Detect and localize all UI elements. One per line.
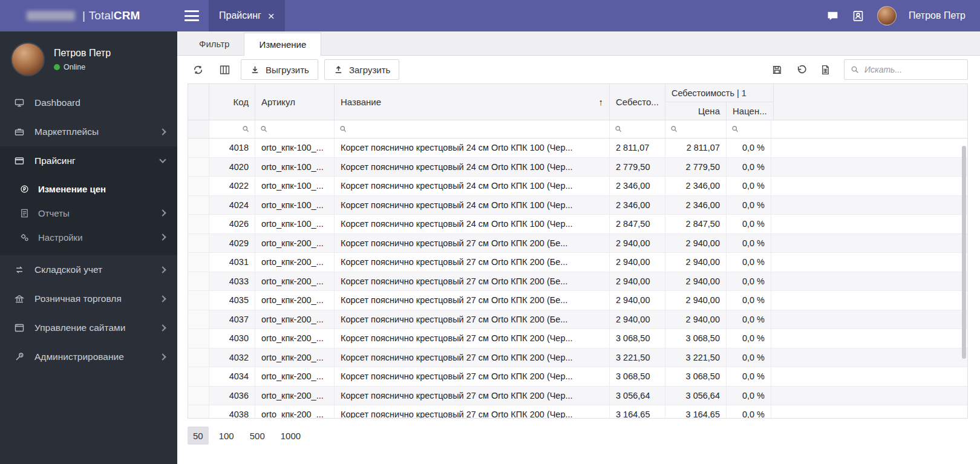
cell-markup: 0,0 %	[727, 405, 771, 418]
cell-article: orto_кпк-200_...	[255, 253, 335, 272]
filter-search-icon	[670, 125, 678, 133]
row-selector-cell[interactable]	[188, 348, 209, 367]
row-selector-cell[interactable]	[188, 234, 209, 253]
sidebar-item-sites[interactable]: Управление сайтами	[0, 313, 177, 342]
close-tab-icon[interactable]: ×	[268, 10, 275, 22]
table-row[interactable]: 4036orto_кпк-200_...Корсет пояснично кре…	[188, 387, 967, 406]
brand-total: Total	[89, 9, 114, 22]
columns-button[interactable]	[214, 59, 235, 80]
row-selector-cell[interactable]	[188, 253, 209, 272]
search-box	[844, 59, 968, 80]
header-tab-pricing[interactable]: Прайсинг ×	[209, 0, 285, 31]
column-group-header[interactable]: Себестоимость | 1	[665, 84, 774, 102]
view-tabs: Фильтр Изменение	[177, 31, 980, 56]
search-input[interactable]	[864, 65, 961, 74]
table-row[interactable]: 4024orto_кпк-100_...Корсет пояснично кре…	[188, 196, 967, 215]
row-selector-cell[interactable]	[188, 387, 209, 405]
refresh-button[interactable]	[188, 59, 208, 80]
filter-code[interactable]	[209, 120, 255, 138]
row-filler-cell	[771, 234, 967, 253]
sidebar-item-price-changes[interactable]: Изменение цен	[0, 177, 177, 201]
sidebar-nav: Dashboard Маркетплейсы Прайсинг Изменени…	[0, 88, 177, 371]
column-header-article[interactable]: Артикул	[255, 84, 335, 120]
tab-change[interactable]: Изменение	[244, 33, 321, 56]
filter-markup[interactable]	[727, 120, 771, 138]
table-row[interactable]: 4018orto_кпк-100_...Корсет пояснично кре…	[188, 139, 967, 158]
table-row[interactable]: 4030orto_кпк-200_...Корсет пояснично кре…	[188, 329, 967, 348]
messages-icon[interactable]	[826, 9, 840, 22]
filter-cost[interactable]	[610, 120, 665, 138]
row-selector-cell[interactable]	[188, 367, 209, 386]
page-size-option[interactable]: 50	[188, 426, 209, 445]
sidebar-item-label: Прайсинг	[34, 155, 151, 166]
sidebar-item-dashboard[interactable]: Dashboard	[0, 88, 177, 117]
cell-price: 2 346,00	[665, 177, 727, 195]
menu-toggle-button[interactable]	[185, 10, 199, 21]
filter-article[interactable]	[255, 120, 335, 138]
column-header-code[interactable]: Код	[209, 84, 255, 120]
row-selector-cell[interactable]	[188, 158, 209, 177]
import-button[interactable]: Загрузить	[324, 59, 400, 80]
row-selector-cell[interactable]	[188, 139, 209, 157]
row-selector-cell[interactable]	[188, 196, 209, 215]
row-selector-cell[interactable]	[188, 310, 209, 329]
table-row[interactable]: 4022orto_кпк-100_...Корсет пояснично кре…	[188, 177, 967, 196]
main-content: Фильтр Изменение Выгрузить Загрузить	[177, 31, 980, 464]
sidebar-item-administration[interactable]: Администрирование	[0, 342, 177, 371]
column-header-markup[interactable]: Нацен...	[727, 102, 774, 120]
sidebar-item-warehouse[interactable]: Складской учет	[0, 255, 177, 284]
export-button[interactable]: Выгрузить	[241, 59, 318, 80]
column-header-cost[interactable]: Себесто...	[610, 84, 665, 120]
sidebar-item-retail[interactable]: Розничная торговля	[0, 284, 177, 313]
cell-cost: 2 940,00	[610, 291, 665, 310]
cost-column-group: Себестоимость | 1 Цена Нацен...	[665, 84, 774, 120]
table-row[interactable]: 4037orto_кпк-200_...Корсет пояснично кре…	[188, 310, 967, 330]
table-row[interactable]: 4035orto_кпк-200_...Корсет пояснично кре…	[188, 291, 967, 310]
row-selector-cell[interactable]	[188, 291, 209, 310]
pricing-grid: Код Артикул Название ↑ Себесто... Себест…	[188, 83, 968, 419]
vertical-scrollbar[interactable]	[962, 146, 966, 359]
xlsx-export-icon[interactable]	[815, 59, 835, 80]
row-selector-cell[interactable]	[188, 329, 209, 348]
user-name[interactable]: Петров Петр	[909, 10, 965, 21]
table-row[interactable]: 4032orto_кпк-200_...Корсет пояснично кре…	[188, 348, 967, 368]
cell-cost: 3 068,50	[610, 367, 665, 386]
page-size-option[interactable]: 100	[214, 426, 240, 445]
chevron-right-icon	[159, 266, 166, 273]
user-avatar[interactable]	[877, 6, 897, 25]
chevron-right-icon	[159, 209, 166, 216]
contacts-icon[interactable]	[852, 9, 865, 22]
row-selector-cell[interactable]	[188, 272, 209, 291]
table-row[interactable]: 4029orto_кпк-200_...Корсет пояснично кре…	[188, 234, 967, 253]
row-selector-cell[interactable]	[188, 405, 209, 418]
table-row[interactable]: 4038orto_кпк-200_...Корсет пояснично кре…	[188, 405, 967, 418]
sidebar-item-label: Маркетплейсы	[34, 126, 151, 137]
filter-price[interactable]	[665, 120, 727, 138]
sort-ascending-icon[interactable]: ↑	[599, 97, 604, 107]
undo-button[interactable]	[791, 59, 811, 80]
row-selector-cell[interactable]	[188, 215, 209, 234]
column-header-name[interactable]: Название ↑	[335, 84, 610, 120]
sidebar-item-label: Складской учет	[34, 264, 151, 275]
page-size-option[interactable]: 500	[244, 426, 270, 445]
sidebar-item-settings[interactable]: Настройки	[0, 225, 177, 249]
table-row[interactable]: 4031orto_кпк-200_...Корсет пояснично кре…	[188, 253, 967, 272]
column-header-price[interactable]: Цена	[665, 102, 727, 120]
table-row[interactable]: 4034orto_кпк-200_...Корсет пояснично кре…	[188, 367, 967, 387]
filter-search-icon	[731, 125, 739, 133]
sidebar-item-marketplaces[interactable]: Маркетплейсы	[0, 117, 177, 146]
cell-code: 4034	[209, 367, 255, 386]
sidebar-item-pricing[interactable]: Прайсинг	[0, 146, 177, 175]
table-row[interactable]: 4033orto_кпк-200_...Корсет пояснично кре…	[188, 272, 967, 292]
table-row[interactable]: 4020orto_кпк-100_...Корсет пояснично кре…	[188, 158, 967, 177]
row-selector-cell[interactable]	[188, 177, 209, 195]
filter-name[interactable]	[335, 120, 610, 138]
save-button[interactable]	[766, 59, 787, 80]
tab-filter[interactable]: Фильтр	[185, 33, 244, 55]
sidebar-avatar[interactable]	[11, 42, 45, 76]
page-size-option[interactable]: 1000	[275, 426, 306, 445]
table-row[interactable]: 4026orto_кпк-100_...Корсет пояснично кре…	[188, 215, 967, 234]
cell-cost: 2 346,00	[610, 177, 665, 195]
cell-markup: 0,0 %	[727, 291, 771, 310]
sidebar-item-reports[interactable]: Отчеты	[0, 201, 177, 225]
